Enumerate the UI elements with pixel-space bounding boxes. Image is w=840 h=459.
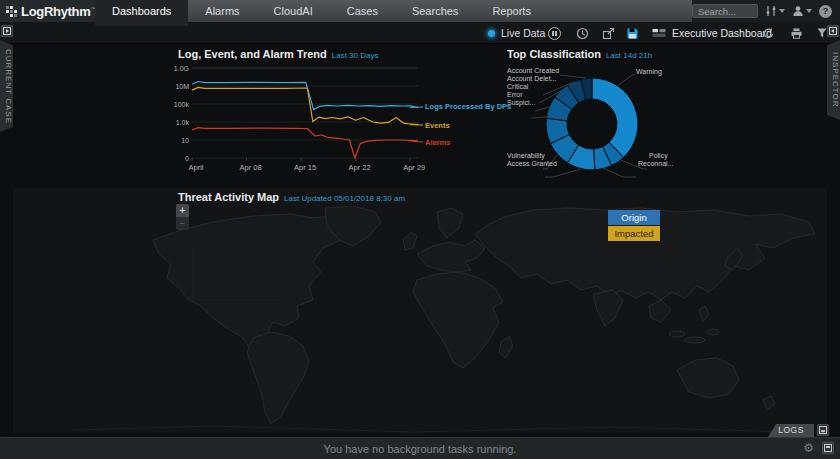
task-panel-button[interactable] — [822, 442, 834, 454]
classification-subtitle: Last 14d 21h — [606, 51, 652, 60]
help-button[interactable]: ? — [819, 5, 832, 18]
slice-label-policy: Policy — [649, 152, 668, 159]
expand-case-panel-button[interactable] — [1, 25, 13, 37]
inspector-tab[interactable]: INSPECTOR — [827, 40, 840, 120]
slice-label-warning: Warning — [636, 68, 662, 75]
chevron-down-icon — [779, 9, 785, 13]
logo: LogRhythm™ — [0, 0, 95, 22]
search-input[interactable] — [692, 4, 758, 18]
philippines — [699, 306, 709, 322]
southeast-asia — [649, 300, 671, 322]
live-data-label: Live Data — [501, 27, 545, 39]
india — [593, 290, 623, 326]
svg-text:0: 0 — [185, 155, 189, 162]
tab-dashboards[interactable]: Dashboards — [95, 0, 188, 26]
status-bar: You have no background tasks running. — [0, 437, 840, 459]
legend-impacted-button[interactable]: Impacted — [608, 226, 660, 241]
svg-text:10: 10 — [181, 137, 189, 144]
logrhythm-mark-icon — [6, 6, 17, 17]
panel-expand-up-icon — [819, 426, 827, 434]
logo-text: LogRhythm™ — [21, 4, 95, 19]
europe — [417, 240, 485, 272]
threat-map-panel: Threat Activity MapLast Updated 05/01/20… — [13, 188, 827, 433]
slice-label-reconnaissance: Reconnai... — [638, 160, 673, 167]
scandinavia — [437, 208, 463, 238]
live-data-toggle[interactable]: Live Data — [488, 22, 545, 44]
slice-label-suspicious: Suspici... — [507, 99, 535, 106]
trend-panel: Log, Event, and Alarm TrendLast 30 Days … — [175, 48, 505, 188]
logs-expand-button[interactable] — [817, 424, 829, 436]
expand-inspector-button[interactable] — [827, 25, 839, 37]
person-icon — [792, 5, 804, 17]
current-case-tab[interactable]: CURRENT CASE — [0, 40, 13, 132]
africa — [413, 272, 503, 368]
svg-text:April: April — [188, 163, 203, 172]
australia — [677, 358, 739, 398]
indonesia-island — [685, 337, 705, 343]
slice-label-account-deleted: Account Delet... — [507, 75, 556, 82]
undo-refresh-icon — [762, 27, 775, 40]
user-menu-button[interactable] — [792, 5, 812, 17]
save-dashboard-button[interactable] — [626, 22, 639, 44]
map-title: Threat Activity MapLast Updated 05/01/20… — [178, 191, 405, 203]
logrhythm-dashboard: LogRhythm™ Dashboards Alarms CloudAI Cas… — [0, 0, 840, 459]
panel-expand-right-icon — [3, 27, 11, 35]
top-nav-bar: LogRhythm™ Dashboards Alarms CloudAI Cas… — [0, 0, 840, 22]
series-label-alarms[interactable]: Alarms — [425, 138, 450, 147]
tab-reports[interactable]: Reports — [475, 0, 548, 22]
tab-alarms[interactable]: Alarms — [188, 0, 256, 22]
classification-title: Top ClassificationLast 14d 21h — [507, 48, 652, 60]
clock-icon — [576, 27, 589, 40]
tab-searches[interactable]: Searches — [395, 0, 475, 22]
panel-expand-left-icon — [829, 27, 837, 35]
map-subtitle: Last Updated 05/01/2018 8:30 am — [284, 194, 405, 203]
panel-expand-up-icon — [824, 444, 832, 452]
series-label-events[interactable]: Events — [425, 121, 450, 130]
slice-label-vulnerability: Vulnerability — [507, 152, 545, 159]
trend-subtitle: Last 30 Days — [332, 51, 379, 60]
chevron-down-icon — [806, 9, 812, 13]
classification-panel: Top ClassificationLast 14d 21h Account C… — [505, 48, 675, 188]
antarctica-coast — [73, 426, 793, 432]
svg-text:Apr 22: Apr 22 — [349, 163, 371, 172]
indonesia-island — [669, 331, 685, 337]
tab-cloudai[interactable]: CloudAI — [257, 0, 330, 22]
new-zealand — [763, 396, 775, 410]
svg-text:100k: 100k — [174, 101, 190, 108]
trend-title: Log, Event, and Alarm TrendLast 30 Days — [178, 48, 378, 60]
slice-label-access-granted: Access Granted — [507, 160, 557, 167]
svg-text:10M: 10M — [175, 83, 189, 90]
gear-icon[interactable]: ⚙ — [803, 441, 814, 455]
dashboard-selector[interactable]: Executive Dashboard — [652, 22, 772, 44]
svg-text:Apr 29: Apr 29 — [403, 163, 425, 172]
legend-origin-button[interactable]: Origin — [608, 210, 660, 225]
series-label-logs[interactable]: Logs Processed By DPs — [425, 102, 511, 111]
tab-cases[interactable]: Cases — [330, 0, 395, 22]
slice-label-error: Error — [507, 91, 523, 98]
south-america — [247, 332, 309, 424]
logs-drawer-tab[interactable]: LOGS — [768, 424, 814, 437]
world-map[interactable] — [13, 206, 827, 433]
pop-out-icon — [602, 27, 615, 40]
united-kingdom — [403, 232, 417, 250]
zoom-in-button[interactable]: + — [176, 204, 189, 217]
time-range-button[interactable] — [576, 22, 589, 44]
search-settings-button[interactable] — [765, 5, 785, 17]
main-tabs: Dashboards Alarms CloudAI Cases Searches… — [95, 0, 692, 22]
dashboard-name: Executive Dashboard — [672, 27, 772, 39]
trend-line-chart[interactable]: 1.0G10M100k1.0k100AprilApr 08Apr 15Apr 2… — [178, 62, 508, 182]
pause-button[interactable] — [548, 22, 561, 44]
header-right: ? — [692, 0, 840, 22]
status-message: You have no background tasks running. — [324, 443, 517, 455]
svg-text:Apr 15: Apr 15 — [294, 163, 316, 172]
print-button[interactable] — [790, 22, 803, 44]
sliders-icon — [765, 5, 777, 17]
slice-label-account-created: Account Created — [507, 67, 559, 74]
svg-text:1.0G: 1.0G — [174, 65, 189, 72]
zoom-out-button[interactable]: − — [176, 217, 189, 230]
pause-icon — [548, 27, 561, 40]
pop-out-button[interactable] — [602, 22, 615, 44]
reset-button[interactable] — [762, 22, 775, 44]
live-data-indicator-icon — [488, 30, 495, 37]
map-zoom-control: + − — [176, 204, 189, 230]
